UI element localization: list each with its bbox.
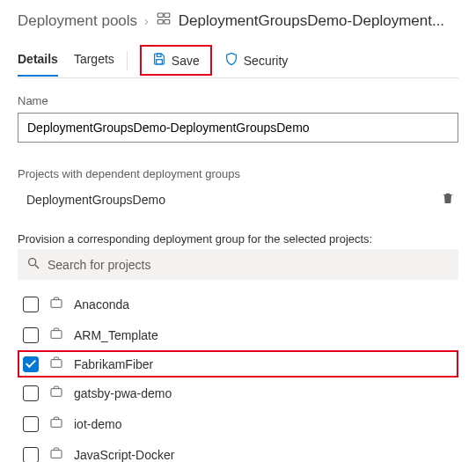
project-row-anaconda[interactable]: Anaconda (18, 289, 458, 319)
svg-rect-3 (165, 20, 170, 25)
tab-details[interactable]: Details (18, 45, 58, 77)
briefcase-icon (49, 415, 63, 432)
svg-rect-8 (51, 300, 62, 308)
save-label: Save (172, 54, 200, 68)
svg-rect-2 (157, 20, 163, 25)
project-name: JavaScript-Docker (74, 448, 174, 462)
save-button[interactable]: Save (145, 48, 207, 72)
briefcase-icon (49, 446, 63, 462)
deployment-pool-icon (156, 11, 172, 31)
breadcrumb: Deployment pools › DeploymentGroupsDemo-… (18, 11, 458, 31)
name-input[interactable] (18, 113, 458, 143)
checkbox[interactable] (23, 385, 39, 401)
toolbar: Details Targets Save Security (18, 43, 458, 78)
svg-rect-4 (157, 54, 161, 56)
delete-icon[interactable] (441, 191, 455, 208)
svg-rect-12 (51, 420, 62, 428)
svg-line-7 (35, 265, 39, 268)
breadcrumb-parent[interactable]: Deployment pools (18, 12, 137, 30)
checkbox[interactable] (23, 327, 39, 343)
project-row-fabrikamfiber-highlight: FabrikamFiber (18, 350, 458, 378)
breadcrumb-current: DeploymentGroupsDemo-Deployment... (179, 12, 444, 30)
search-box[interactable] (18, 249, 458, 280)
checkbox[interactable] (23, 416, 39, 432)
dependent-project-name: DeploymentGroupsDemo (26, 193, 165, 207)
project-row-iot-demo[interactable]: iot-demo (18, 408, 458, 439)
svg-rect-11 (51, 389, 62, 397)
separator (127, 51, 128, 70)
svg-rect-1 (165, 13, 170, 18)
tab-targets[interactable]: Targets (74, 45, 114, 77)
dependent-label: Projects with dependent deployment group… (18, 167, 458, 180)
tabs: Details Targets (18, 45, 114, 77)
chevron-right-icon: › (144, 14, 149, 28)
svg-rect-9 (51, 331, 62, 339)
svg-rect-13 (51, 451, 62, 458)
svg-point-6 (29, 259, 36, 266)
provision-label: Provision a corresponding deployment gro… (18, 232, 458, 246)
project-name: Anaconda (74, 297, 129, 312)
save-icon (152, 52, 166, 69)
name-label: Name (18, 94, 458, 107)
security-label: Security (244, 54, 289, 68)
search-input[interactable] (48, 258, 450, 272)
shield-icon (224, 52, 238, 69)
dependent-project-row: DeploymentGroupsDemo (18, 186, 458, 213)
save-highlight: Save (140, 45, 212, 76)
checkbox[interactable] (23, 297, 39, 312)
project-name: FabrikamFiber (74, 357, 153, 371)
project-row-js-docker[interactable]: JavaScript-Docker (18, 439, 458, 462)
svg-rect-10 (51, 360, 62, 368)
svg-rect-5 (157, 60, 163, 64)
project-name: iot-demo (74, 417, 121, 431)
briefcase-icon (49, 356, 63, 372)
project-name: ARM_Template (74, 328, 158, 342)
briefcase-icon (49, 326, 63, 343)
search-icon (26, 256, 40, 273)
project-row-arm-template[interactable]: ARM_Template (18, 319, 458, 350)
project-row-gatsby[interactable]: gatsby-pwa-demo (18, 378, 458, 408)
briefcase-icon (49, 296, 63, 312)
checkbox[interactable] (23, 447, 39, 463)
security-button[interactable]: Security (217, 48, 296, 72)
project-list: Anaconda ARM_Template FabrikamFiber gats… (18, 289, 458, 462)
briefcase-icon (49, 385, 63, 401)
svg-rect-0 (157, 13, 163, 18)
project-row-fabrikamfiber[interactable]: FabrikamFiber (18, 350, 458, 378)
project-name: gatsby-pwa-demo (74, 386, 172, 400)
checkbox-checked[interactable] (23, 356, 39, 372)
